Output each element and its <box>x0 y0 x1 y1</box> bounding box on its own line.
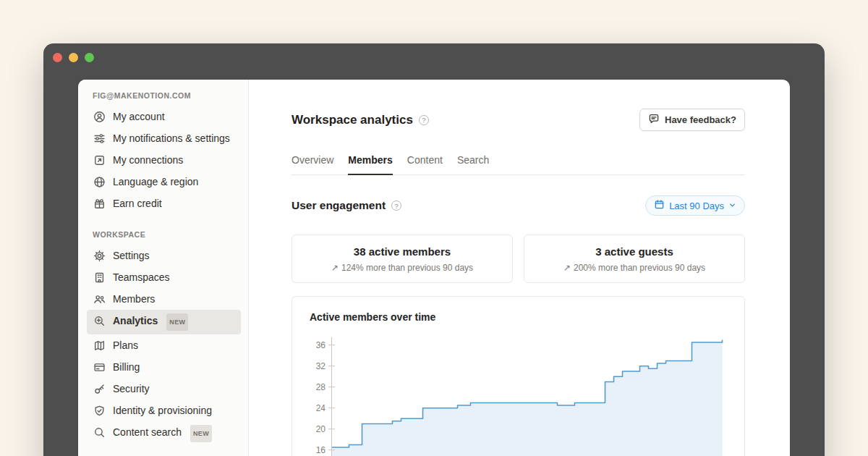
sidebar-item-analytics[interactable]: Analytics NEW <box>87 310 241 334</box>
sidebar-item-notifications-settings[interactable]: My notifications & settings <box>87 127 241 149</box>
sidebar-item-label: Earn credit <box>113 196 162 211</box>
settings-sidebar: FIG@MAKENOTION.COM My account My notific… <box>78 80 249 456</box>
sidebar-item-plans[interactable]: Plans <box>87 334 241 356</box>
sidebar-item-language-region[interactable]: Language & region <box>87 171 241 193</box>
svg-text:20: 20 <box>316 424 326 434</box>
sidebar-item-label: Plans <box>113 338 138 352</box>
sidebar-item-billing[interactable]: Billing <box>87 356 241 378</box>
tab-overview[interactable]: Overview <box>292 154 333 174</box>
date-range-dropdown[interactable]: Last 90 Days <box>645 195 745 216</box>
sliders-icon <box>93 132 106 145</box>
svg-text:36: 36 <box>316 340 326 350</box>
credit-card-icon <box>93 360 106 373</box>
sidebar-item-label: My notifications & settings <box>113 131 230 145</box>
app-window: FIG@MAKENOTION.COM My account My notific… <box>43 43 825 456</box>
sidebar-item-label: Teamspaces <box>113 270 170 284</box>
key-icon <box>93 382 106 395</box>
trend-up-icon: ↗ <box>563 263 571 273</box>
sidebar-item-label: Identity & provisioning <box>113 403 212 418</box>
sidebar-item-label: Analytics <box>113 313 158 328</box>
workspace-section-heading: WORKSPACE <box>87 230 241 239</box>
sidebar-item-label: Members <box>113 292 155 306</box>
help-icon[interactable]: ? <box>391 200 401 211</box>
sidebar-item-label: Billing <box>113 360 140 374</box>
sidebar-item-identity-provisioning[interactable]: Identity & provisioning <box>87 400 241 421</box>
calendar-icon <box>654 199 665 212</box>
svg-text:32: 32 <box>316 361 326 371</box>
tab-search[interactable]: Search <box>457 154 489 174</box>
user-engagement-heading: User engagement <box>292 199 386 212</box>
svg-text:24: 24 <box>316 403 326 413</box>
stat-value: 3 active guests <box>524 245 744 258</box>
sidebar-item-label: My connections <box>113 153 183 167</box>
sidebar-item-label: My account <box>113 109 165 124</box>
main-content: Workspace analytics ? Have feedback? Ove… <box>249 80 790 456</box>
new-badge: NEW <box>166 313 188 331</box>
active-members-stat-card: 38 active members ↗124% more than previo… <box>292 235 513 283</box>
stat-value: 38 active members <box>292 245 512 258</box>
date-range-label: Last 90 Days <box>669 200 724 211</box>
sidebar-item-label: Security <box>113 381 150 396</box>
arrow-up-right-square-icon <box>93 153 106 166</box>
sidebar-item-label: Language & region <box>113 174 198 189</box>
svg-text:28: 28 <box>316 382 326 392</box>
new-badge: NEW <box>190 425 212 442</box>
tab-content[interactable]: Content <box>407 154 443 174</box>
zoom-window-button[interactable] <box>85 53 94 62</box>
active-guests-stat-card: 3 active guests ↗200% more than previous… <box>524 235 745 283</box>
minimize-window-button[interactable] <box>69 53 78 62</box>
map-icon <box>93 339 106 352</box>
sidebar-item-content-search[interactable]: Content search NEW <box>87 421 241 446</box>
sidebar-item-earn-credit[interactable]: Earn credit <box>87 193 241 214</box>
trend-up-icon: ↗ <box>331 263 339 273</box>
sidebar-item-label: Settings <box>113 248 150 263</box>
sidebar-item-my-connections[interactable]: My connections <box>87 149 241 171</box>
stat-change: ↗200% more than previous 90 days <box>524 263 744 273</box>
sidebar-item-settings[interactable]: Settings <box>87 245 241 266</box>
building-icon <box>93 271 106 284</box>
tab-members[interactable]: Members <box>348 154 392 175</box>
analytics-tabs: Overview Members Content Search <box>292 154 745 175</box>
sidebar-item-label: Content search <box>113 425 182 439</box>
active-members-chart: 363228242016 <box>310 333 727 456</box>
gift-icon <box>93 197 106 210</box>
sidebar-item-members[interactable]: Members <box>87 288 241 310</box>
avatar-icon <box>93 110 106 123</box>
chart-title: Active members over time <box>310 311 727 323</box>
people-icon <box>93 292 106 305</box>
have-feedback-button[interactable]: Have feedback? <box>639 109 745 131</box>
svg-text:16: 16 <box>316 445 326 455</box>
chevron-down-icon <box>728 200 736 211</box>
window-controls <box>53 53 94 62</box>
account-email: FIG@MAKENOTION.COM <box>87 91 241 100</box>
gear-icon <box>93 249 106 262</box>
settings-panel: FIG@MAKENOTION.COM My account My notific… <box>78 80 790 456</box>
page-title: Workspace analytics <box>292 113 413 127</box>
help-icon[interactable]: ? <box>419 115 429 125</box>
stat-change: ↗124% more than previous 90 days <box>292 263 512 273</box>
close-window-button[interactable] <box>53 53 62 62</box>
search-icon <box>93 426 106 439</box>
shield-check-icon <box>93 404 106 417</box>
active-members-chart-card: Active members over time 363228242016 <box>292 296 745 456</box>
speech-bubble-icon <box>648 113 660 127</box>
sidebar-item-my-account[interactable]: My account <box>87 106 241 127</box>
globe-icon <box>93 175 106 188</box>
feedback-button-label: Have feedback? <box>665 114 736 125</box>
sidebar-item-security[interactable]: Security <box>87 378 241 400</box>
analytics-zoom-icon <box>93 314 106 327</box>
sidebar-item-teamspaces[interactable]: Teamspaces <box>87 266 241 288</box>
